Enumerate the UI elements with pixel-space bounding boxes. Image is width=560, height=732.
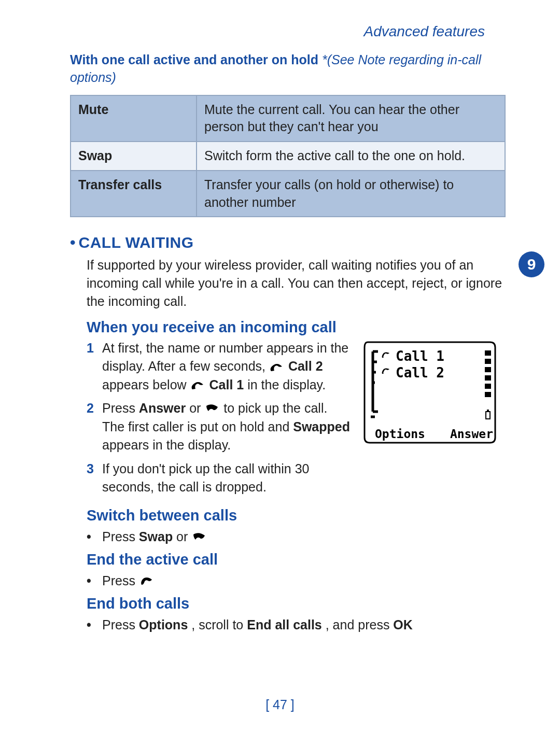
list-number: 1 xyxy=(87,339,102,358)
phone-active-icon xyxy=(269,361,285,374)
phone-active-icon xyxy=(190,379,206,392)
table-row: Mute Mute the current call. You can hear… xyxy=(71,95,505,142)
section-heading: • CALL WAITING xyxy=(70,234,506,252)
bullet-icon: • xyxy=(87,527,102,546)
incoming-block: 1 At first, the name or number appears i… xyxy=(70,339,506,502)
table-cell-right: Transfer your calls (on hold or otherwis… xyxy=(197,171,505,217)
svg-rect-13 xyxy=(486,412,490,419)
phone-softkey-left: Options xyxy=(375,427,425,441)
table-cell-left: Swap xyxy=(71,142,197,171)
text-bold: Call 2 xyxy=(288,359,323,373)
svg-rect-12 xyxy=(485,392,491,397)
text: Press xyxy=(102,573,139,588)
end-key-icon xyxy=(139,575,155,588)
list-number: 3 xyxy=(87,460,102,478)
text: The first caller is put on hold and xyxy=(102,419,293,434)
page: Advanced features With one call active a… xyxy=(0,0,560,732)
svg-rect-11 xyxy=(485,384,491,389)
end-active-heading: End the active call xyxy=(87,551,506,568)
text: or xyxy=(189,401,204,415)
table-row: Transfer calls Transfer your calls (on h… xyxy=(71,171,505,217)
list-item: 3 If you don't pick up the call within 3… xyxy=(87,460,351,497)
call-waiting-section: • CALL WAITING If supported by your wire… xyxy=(70,234,506,311)
svg-rect-7 xyxy=(485,350,491,356)
section-title: CALL WAITING xyxy=(79,234,194,251)
end-both-list: • Press Options , scroll to End all call… xyxy=(87,615,506,634)
list-item: 1 At first, the name or number appears i… xyxy=(87,339,351,395)
phone-active-icon xyxy=(381,367,393,376)
chapter-number: 9 xyxy=(527,256,536,273)
text-bold: Swapped xyxy=(293,419,350,434)
options-table: Mute Mute the current call. You can hear… xyxy=(70,95,506,218)
text-bold: Options xyxy=(139,617,188,632)
text-bold: Call 1 xyxy=(209,377,244,392)
text: Press xyxy=(102,529,139,544)
intro-line: With one call active and another on hold… xyxy=(70,51,506,87)
table-cell-right: Switch form the active call to the one o… xyxy=(197,142,505,171)
bullet-icon: • xyxy=(87,615,102,634)
text: to pick up the call. xyxy=(223,401,327,415)
text: Press xyxy=(102,401,139,415)
svg-rect-10 xyxy=(485,375,491,381)
table-cell-left: Mute xyxy=(71,95,197,142)
table-cell-right: Mute the current call. You can hear the … xyxy=(197,95,505,142)
end-active-list: • Press xyxy=(87,571,506,590)
svg-rect-8 xyxy=(485,359,491,364)
table-row: Swap Switch form the active call to the … xyxy=(71,142,505,171)
text-bold: OK xyxy=(393,617,413,632)
phone-call1-label: Call 1 xyxy=(396,348,444,364)
list-item: • Press xyxy=(87,571,506,590)
phone-screen-illustration: Call 1 Call 2 Options Answer xyxy=(360,339,499,446)
incoming-heading: When you receive an incoming call xyxy=(87,319,506,336)
list-item: • Press Swap or xyxy=(87,527,506,546)
talk-key-icon xyxy=(204,403,220,416)
text: appears in the display. xyxy=(102,438,231,452)
phone-call2-label: Call 2 xyxy=(396,365,444,381)
svg-rect-9 xyxy=(485,367,491,372)
bullet-icon: • xyxy=(87,571,102,590)
text-bold: Answer xyxy=(139,401,186,415)
text-bold: Swap xyxy=(139,529,173,544)
svg-rect-14 xyxy=(487,410,489,412)
text: or xyxy=(176,529,191,544)
intro-bold: With one call active and another on hold xyxy=(70,52,318,67)
text: , scroll to xyxy=(191,617,247,632)
talk-key-icon xyxy=(191,531,207,544)
table-cell-left: Transfer calls xyxy=(71,171,197,217)
text: in the display. xyxy=(247,377,326,392)
page-number: [ 47 ] xyxy=(0,697,560,712)
list-item: • Press Options , scroll to End all call… xyxy=(87,615,506,634)
text: appears below xyxy=(102,377,190,392)
phone-active-icon xyxy=(381,350,393,360)
text: , and press xyxy=(326,617,394,632)
chapter-badge: 9 xyxy=(519,251,544,277)
header-section: Advanced features xyxy=(70,23,485,40)
list-item: 2 Press Answer or to pick up the call. T… xyxy=(87,399,351,455)
bullet-icon: • xyxy=(70,234,76,252)
text: Press xyxy=(102,617,139,632)
switch-heading: Switch between calls xyxy=(87,507,506,524)
text-bold: End all calls xyxy=(247,617,322,632)
text: If you don't pick up the call within 30 … xyxy=(102,460,351,497)
switch-list: • Press Swap or xyxy=(87,527,506,546)
phone-softkey-right: Answer xyxy=(450,427,493,441)
section-paragraph: If supported by your wireless provider, … xyxy=(87,256,506,311)
end-both-heading: End both calls xyxy=(87,595,506,612)
incoming-list: 1 At first, the name or number appears i… xyxy=(87,339,351,497)
list-number: 2 xyxy=(87,399,102,418)
